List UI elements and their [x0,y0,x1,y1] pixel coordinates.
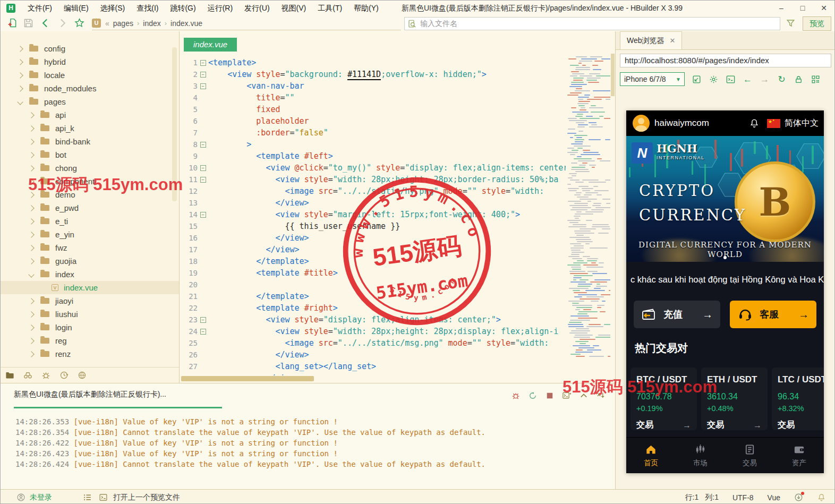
chevron-right-icon[interactable] [28,324,34,330]
terminal-plus-icon[interactable] [562,391,572,400]
explorer-folder-icon[interactable] [5,370,15,380]
code-area[interactable]: 1−<template>2− <view style="background: … [180,57,566,375]
encoding[interactable]: UTF-8 [732,493,754,502]
breadcrumb-index[interactable]: index [143,19,160,28]
tree-item-fwz[interactable]: fwz [1,241,179,254]
code-line-14[interactable]: 14− <view style="margin-left: 15rpx;font… [180,209,566,220]
menu-item-1[interactable]: 编辑(E) [58,1,95,15]
url-bar[interactable]: http://localhost:8080/#/pages/index/inde… [620,54,831,67]
tree-item-index[interactable]: index [1,268,179,281]
tree-item-node_modules[interactable]: node_modules [1,82,179,95]
code-line-27[interactable]: 27 <lang_set></lang_set> [180,361,566,372]
restart-icon[interactable] [528,391,538,400]
chevron-right-icon[interactable] [28,112,34,118]
code-line-5[interactable]: 5 fixed [180,104,566,115]
tree-item-e_pwd[interactable]: e_pwd [1,201,179,215]
device-select[interactable]: iPhone 6/7/8 ▼ [620,72,685,86]
code-line-16[interactable]: 16 </view> [180,232,566,244]
fold-marker-icon[interactable]: − [200,83,206,89]
code-line-18[interactable]: 18 </template> [180,255,566,267]
search-input[interactable]: 输入文件名 [404,17,780,30]
qr-code-icon[interactable] [811,74,821,84]
editor-vertical-scrollbar[interactable] [610,53,615,375]
tree-item-demo[interactable]: demo [1,188,179,201]
code-editor[interactable]: index.vue 1−<template>2− <view style="ba… [180,31,615,383]
chevron-right-icon[interactable] [28,258,34,264]
code-line-2[interactable]: 2− <view style="background: #11141D;over… [180,69,566,80]
menu-item-5[interactable]: 运行(R) [202,1,238,15]
preview-button[interactable]: 预览 [803,16,831,31]
run-play-icon[interactable] [76,18,87,29]
tree-item-pages[interactable]: pages [1,95,179,108]
fold-marker-icon[interactable]: − [200,212,206,218]
chevron-right-icon[interactable] [28,152,34,158]
code-line-6[interactable]: 6 placeholder [180,115,566,127]
code-line-10[interactable]: 10− <view @click="to_my()" style="displa… [180,162,566,174]
forward-icon[interactable] [57,18,68,29]
outline-list-icon[interactable] [83,493,92,502]
username[interactable]: haiwaiymcom [654,118,709,129]
user-icon[interactable] [16,493,25,502]
fold-marker-icon[interactable]: − [200,177,206,183]
tree-item-locale[interactable]: locale [1,69,179,82]
fold-marker-icon[interactable]: − [200,72,206,78]
maximize-button[interactable]: □ [792,1,813,15]
chevron-right-icon[interactable] [17,46,23,52]
chevron-right-icon[interactable] [28,205,34,211]
code-line-13[interactable]: 13 </view> [180,197,566,209]
fold-marker-icon[interactable]: − [200,142,206,148]
menu-item-3[interactable]: 查找(I) [131,1,164,15]
collapse-icon[interactable] [579,391,589,400]
trade-link[interactable]: 交易 [707,420,724,431]
minimize-button[interactable]: – [771,1,792,15]
editor-horizontal-scrollbar[interactable] [180,376,566,382]
breadcrumb-pages[interactable]: pages [113,19,133,28]
chevron-right-icon[interactable] [28,165,34,171]
chevron-right-icon[interactable] [17,59,23,65]
tree-item-component[interactable]: component [1,175,179,188]
app-tab-交易[interactable]: 交易 [725,438,774,473]
chevron-right-icon[interactable] [28,298,34,304]
code-line-12[interactable]: 12 <image src="../../static/hy.png" mode… [180,185,566,197]
debug-icon[interactable] [511,391,521,400]
tree-item-e_ti[interactable]: e_ti [1,215,179,228]
chevron-right-icon[interactable] [28,311,34,317]
app-tab-资产[interactable]: 资产 [774,438,824,473]
chevron-right-icon[interactable] [28,232,34,237]
code-line-20[interactable]: 20 [180,279,566,291]
menu-item-2[interactable]: 选择(S) [95,1,131,15]
login-status[interactable]: 未登录 [30,493,52,502]
tree-item-bot[interactable]: bot [1,148,179,161]
code-line-22[interactable]: 22 <template #right> [180,302,566,314]
code-line-23[interactable]: 23− <view style="display: flex;align-ite… [180,314,566,326]
tree-item-liushui[interactable]: liushui [1,307,179,321]
recharge-button[interactable]: 充值 → [634,301,720,328]
chevron-right-icon[interactable] [28,178,34,184]
code-line-25[interactable]: 25 <image src="../../static/msg.png" mod… [180,337,566,349]
code-line-7[interactable]: 7 :border="false" [180,127,566,139]
fold-marker-icon[interactable]: − [200,317,206,323]
breadcrumb-collapse-icon[interactable]: « [105,19,109,28]
trade-link[interactable]: 交易 [636,420,653,431]
language-selector[interactable]: 简体中文 [785,118,819,129]
code-line-9[interactable]: 9 <template #left> [180,150,566,162]
fold-marker-icon[interactable]: − [200,329,206,335]
menu-item-7[interactable]: 视图(V) [276,1,312,15]
fold-marker-icon[interactable]: − [200,165,206,171]
notice-ticker[interactable]: c khác sau khi hoạt động tại Hồng Kông v… [626,270,824,289]
code-line-24[interactable]: 24− <view style="width: 28px;height: 28p… [180,326,566,337]
tree-item-chong[interactable]: chong [1,161,179,175]
chevron-down-icon[interactable] [28,271,34,277]
menu-item-6[interactable]: 发行(U) [238,1,275,15]
devtools-console-icon[interactable] [726,74,736,84]
editor-tab[interactable]: index.vue [184,38,237,52]
tree-item-index.vue[interactable]: Vindex.vue [1,281,179,294]
pair-card-LTC-USDT[interactable]: LTC / USDT96.34+8.32%交易→ [772,368,824,430]
trade-link[interactable]: 交易 [778,420,795,431]
tree-item-renz[interactable]: renz [1,347,179,361]
save-icon[interactable] [23,18,34,29]
hero-banner[interactable]: B N HGNH INTERNATIONAL CRYPTO CURRENCY D… [626,136,824,262]
menu-item-8[interactable]: 工具(T) [312,1,348,15]
notification-bell-icon[interactable] [817,493,826,502]
code-line-3[interactable]: 3− <van-nav-bar [180,80,566,92]
